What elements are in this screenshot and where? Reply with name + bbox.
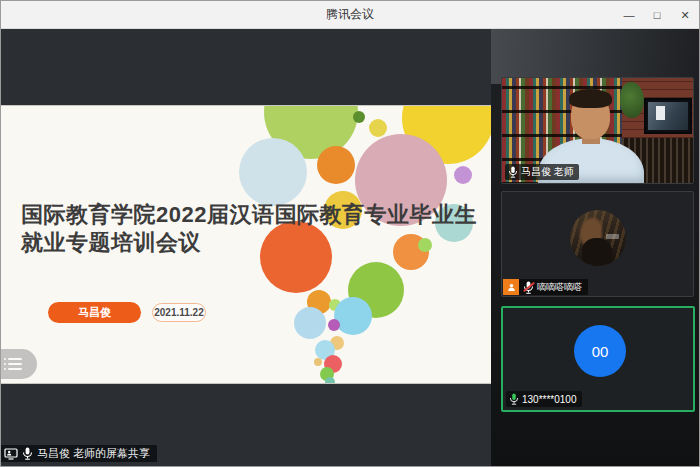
decorative-bubble xyxy=(369,119,387,137)
participant-name-label: 马昌俊 老师 xyxy=(505,164,579,180)
decorative-bubble xyxy=(239,138,307,206)
microphone-muted-icon xyxy=(523,281,534,294)
annotation-panel-handle[interactable] xyxy=(1,349,37,379)
main-area: 国际教育学院2022届汉语国际教育专业毕业生 就业专题培训会议 马昌俊 2021… xyxy=(1,29,700,467)
screen-share-icon xyxy=(4,448,18,460)
close-button[interactable]: ✕ xyxy=(671,1,699,29)
participant-tile-phone[interactable]: 00 130****0100 xyxy=(501,306,695,412)
slide-title-line2: 就业专题培训会议 xyxy=(21,229,477,257)
participant-name: 马昌俊 老师 xyxy=(521,165,574,179)
sidebar-gradient xyxy=(491,29,700,84)
decorative-bubble xyxy=(454,166,472,184)
minimize-button[interactable]: — xyxy=(615,1,643,29)
speaker-name-badge: 马昌俊 xyxy=(48,302,141,323)
slide-title: 国际教育学院2022届汉语国际教育专业毕业生 就业专题培训会议 xyxy=(21,201,477,257)
screen-share-status-badge: 马昌俊 老师的屏幕共享 xyxy=(1,445,157,462)
window-title: 腾讯会议 xyxy=(326,6,374,23)
participant-tile-avatar[interactable]: 嘀嘀嗒嘀嗒 xyxy=(501,191,694,297)
participant-name: 130****0100 xyxy=(522,394,577,405)
participant-name: 嘀嘀嗒嘀嗒 xyxy=(537,281,582,294)
slide-title-line1: 国际教育学院2022届汉语国际教育专业毕业生 xyxy=(21,201,477,229)
decorative-bubble xyxy=(317,146,355,184)
decorative-bubble xyxy=(294,307,326,339)
maximize-button[interactable]: □ xyxy=(643,1,671,29)
participants-sidebar: 马昌俊 老师 xyxy=(491,29,700,467)
window-controls: — □ ✕ xyxy=(615,1,699,29)
participant-name-label: 130****0100 xyxy=(506,391,582,407)
decorative-bubble xyxy=(334,297,372,335)
microphone-icon xyxy=(22,447,33,460)
meeting-window: 腾讯会议 — □ ✕ 国际教育学院2022届汉语国际教育专业毕业生 就业专题培训… xyxy=(0,0,700,467)
screen-share-status-text: 马昌俊 老师的屏幕共享 xyxy=(37,446,150,461)
decorative-bubble xyxy=(314,358,322,366)
participant-name-label: 嘀嘀嗒嘀嗒 xyxy=(503,279,588,295)
participant-tile-teacher[interactable]: 马昌俊 老师 xyxy=(501,77,694,184)
titlebar[interactable]: 腾讯会议 — □ ✕ xyxy=(1,1,699,29)
microphone-icon xyxy=(508,166,518,178)
microphone-active-icon xyxy=(509,393,519,405)
date-badge: 2021.11.22 xyxy=(152,303,206,322)
screen-share-area: 国际教育学院2022届汉语国际教育专业毕业生 就业专题培训会议 马昌俊 2021… xyxy=(1,29,491,467)
participant-avatar-circle: 00 xyxy=(574,325,626,377)
decorative-bubble xyxy=(325,377,335,383)
person-badge-icon xyxy=(503,279,519,295)
list-icon xyxy=(8,358,22,370)
decorative-bubble xyxy=(353,111,365,123)
participant-avatar-photo xyxy=(570,210,626,266)
decorative-bubble xyxy=(328,319,340,331)
shared-slide: 国际教育学院2022届汉语国际教育专业毕业生 就业专题培训会议 马昌俊 2021… xyxy=(1,106,491,383)
